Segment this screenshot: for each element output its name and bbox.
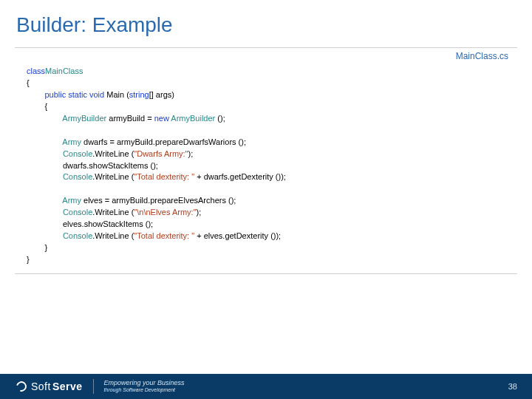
footer-tagline: Empowering your Business through Softwar… <box>104 380 185 393</box>
footer-bar: SoftServe Empowering your Business throu… <box>0 374 532 399</box>
brand-logo: SoftServe <box>0 381 83 392</box>
footer-divider <box>93 379 94 394</box>
slide-title: Builder: Example <box>0 0 532 43</box>
brand-prefix: Soft <box>31 381 51 392</box>
filename-label: MainClass.cs <box>0 48 532 66</box>
brand-suffix: Serve <box>52 381 83 392</box>
divider-bottom <box>15 273 517 274</box>
code-block: classMainClass { public static void Main… <box>0 66 532 270</box>
softserve-icon <box>14 379 28 393</box>
tagline-line2: through Software Development <box>104 387 185 393</box>
tagline-line1: Empowering your Business <box>104 380 185 387</box>
page-number: 38 <box>508 382 517 391</box>
